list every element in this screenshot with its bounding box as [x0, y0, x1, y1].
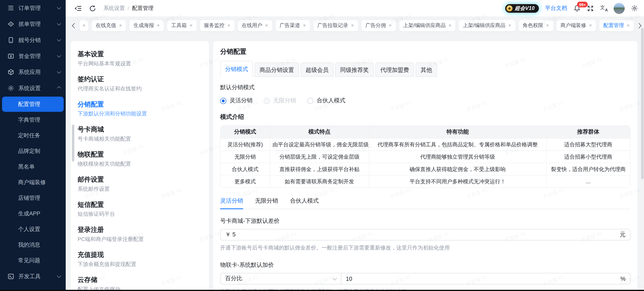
close-icon[interactable]: ×	[351, 23, 354, 28]
col-header: 分销模式	[220, 126, 270, 138]
table-row: 合伙人模式 直推获得佣金，上级获得平台补贴 确保直推人获得稳定佣金，不受上级影响…	[220, 163, 630, 175]
avatar[interactable]	[614, 3, 625, 14]
tab-toolbox[interactable]: 工具箱×	[167, 20, 196, 31]
price-diff-input[interactable]: ￥ 5 元	[220, 229, 630, 241]
breadcrumb-section[interactable]: 系统设置	[104, 5, 125, 12]
sidebar-item-fund-management[interactable]: 资金管理	[0, 48, 66, 64]
submenu-item-config-management[interactable]: 配置管理	[2, 97, 64, 112]
category-sign-auth[interactable]: 签约认证 代理商实名认证和在线签约	[78, 75, 203, 92]
close-icon[interactable]: ×	[82, 23, 86, 28]
close-icon[interactable]: ×	[190, 23, 192, 28]
tab-service-monitor[interactable]: 服务监控×	[200, 20, 234, 31]
tab-other[interactable]: 其他	[416, 63, 437, 77]
platform-docs-link[interactable]: 平台文档	[545, 5, 567, 12]
category-mail-settings[interactable]: 邮件设置 系统邮件设置	[78, 175, 203, 192]
radio-unlimited-distribution[interactable]: 无限分销	[264, 97, 296, 104]
sidebar-item-number-distribution[interactable]: 靓号分销	[0, 32, 66, 48]
category-sim-mall[interactable]: 号卡商城 号卡商城相关功能配置	[78, 125, 203, 142]
submenu-item-dictionary[interactable]: 字典管理	[2, 112, 64, 128]
gear-icon[interactable]	[631, 5, 638, 12]
sidebar-collapse-icon[interactable]	[74, 4, 82, 12]
price-diff-help: 开通下游账号后号卡商城的默认佣金差价。一般注册后下游需要重新修改，这里只作为初始…	[220, 244, 630, 251]
submenu-item-store-management[interactable]: 店铺管理	[2, 190, 64, 206]
refresh-icon[interactable]	[89, 5, 96, 12]
category-distribution-config[interactable]: 分销配置 下游默认分润和分销功能设置	[78, 100, 203, 117]
close-icon[interactable]: ×	[627, 23, 630, 28]
notification-bell-icon[interactable]: 99+	[573, 5, 581, 12]
markup-type-select[interactable]: 百分比	[220, 273, 341, 284]
tab-role-permission[interactable]: 角色权限×	[518, 20, 553, 31]
tab-super-member[interactable]: 超级会员	[301, 63, 334, 77]
submenu-item-faq[interactable]: 常见问题	[2, 253, 64, 268]
tabs-scroll-right-icon[interactable]	[636, 23, 642, 28]
submenu-item-scheduled-tasks[interactable]: 定时任务	[2, 128, 64, 143]
tab-merchant-decor[interactable]: 商户端装修×	[556, 20, 596, 31]
markup-value-input[interactable]: 10 %	[341, 273, 630, 284]
category-iot-config[interactable]: 物联配置 物联模块相关功能配置	[78, 150, 203, 167]
close-icon[interactable]: ×	[589, 23, 592, 28]
sidebar-item-order-grabbing[interactable]: 抓单管理	[0, 16, 66, 32]
submenu-item-my-messages[interactable]: 我的消息	[2, 237, 64, 252]
subtab-partner-mode[interactable]: 合伙人模式	[290, 197, 319, 209]
close-icon[interactable]: ×	[119, 23, 122, 28]
tab-generate-poster[interactable]: 生成海报×	[130, 20, 164, 31]
subtab-unlimited-distribution[interactable]: 无限分销	[255, 197, 278, 209]
category-login-register[interactable]: 登录注册 PC端和商户端登录注册配置	[78, 225, 203, 243]
tab-config-management[interactable]: 配置管理×	[599, 20, 634, 31]
table-cell: 平台支持不同用户多种模式无冲突运行！	[369, 175, 546, 187]
submenu-item-generate-app[interactable]: 生成APP	[2, 206, 64, 221]
tab-ad-channel[interactable]: 广告渠道×	[276, 20, 310, 31]
category-panel-scrollbar[interactable]	[72, 125, 74, 161]
table-cell: 由平台设定最高分销等级，佣金无限层级	[270, 138, 369, 150]
tab-online-users[interactable]: 在线用户×	[238, 20, 272, 31]
tab-product-distribution[interactable]: 商品分销设置	[255, 63, 299, 77]
chevron-down-icon	[332, 276, 337, 280]
mode-intro-table: 分销模式 模式特点 特有功能 推荐群体 灵活分销(推荐) 由平台设定最高分销等级…	[220, 125, 630, 188]
sidebar-item-order-management[interactable]: 订单管理	[0, 0, 66, 16]
breadcrumb-separator: /	[128, 5, 129, 12]
category-recharge-withdraw[interactable]: 充值提现 下游余额充值和提现配置	[78, 250, 203, 268]
radio-partner-mode[interactable]: 合伙人模式	[307, 97, 346, 104]
tab-clipped[interactable]: ×	[80, 20, 88, 31]
close-icon[interactable]: ×	[508, 23, 511, 28]
markup-type-value: 百分比	[225, 275, 242, 282]
close-icon[interactable]: ×	[546, 23, 549, 28]
category-basic-settings[interactable]: 基本设置 平台网站基本常规设置	[78, 50, 203, 67]
tab-same-level-reward[interactable]: 同级推荐奖	[335, 63, 374, 77]
phone-icon	[8, 37, 14, 44]
price-diff-suffix: 元	[620, 231, 626, 238]
close-icon[interactable]: ×	[227, 23, 230, 28]
tab-ad-commission[interactable]: 广告分佣×	[361, 20, 396, 31]
category-cloud-storage[interactable]: 云存储 配置上传文件驱动	[78, 275, 203, 291]
table-cell: ...	[546, 175, 630, 187]
submenu-item-merchant-decor[interactable]: 商户端装修	[2, 175, 64, 190]
submenu-item-brand-custom[interactable]: 品牌定制	[2, 143, 64, 159]
tab-supply-product-edit-1[interactable]: 上架/编辑供应商品×	[399, 20, 456, 31]
sidebar-item-system-settings[interactable]: 系统设置	[0, 80, 66, 96]
sidebar-item-dev-tools[interactable]: 开发工具	[0, 268, 66, 284]
tab-agent-fee[interactable]: 代理加盟费	[376, 63, 414, 77]
translate-icon[interactable]: 文A	[600, 5, 608, 12]
tab-online-recharge[interactable]: 在线充值×	[92, 20, 126, 31]
tab-supply-product-edit-2[interactable]: 上架/编辑供应商品×	[459, 20, 515, 31]
fullscreen-icon[interactable]	[587, 5, 594, 12]
close-icon[interactable]: ×	[265, 23, 268, 28]
close-icon[interactable]: ×	[303, 23, 306, 28]
tab-ad-fetch-log[interactable]: 广告拉取记录×	[313, 20, 358, 31]
subtab-flexible-distribution[interactable]: 灵活分销	[220, 197, 243, 209]
vip-badge[interactable]: 超会V10	[505, 4, 539, 13]
tab-distribution-mode[interactable]: 分销模式	[220, 61, 253, 77]
tabs-scroll-left-icon[interactable]	[72, 23, 77, 28]
submenu-item-personal-settings[interactable]: 个人设置	[2, 222, 64, 237]
markup-suffix: %	[620, 275, 625, 282]
page-scrollbar[interactable]	[641, 28, 644, 179]
table-cell: 直推获得佣金，上级获得平台补贴	[270, 163, 369, 175]
submenu-item-blacklist[interactable]: 黑名单	[2, 159, 64, 174]
sidebar-item-system-apps[interactable]: 系统应用	[0, 64, 66, 80]
category-sms-config[interactable]: 短信配置 短信验证码平台	[78, 200, 203, 217]
close-icon[interactable]: ×	[448, 23, 452, 28]
radio-flexible-distribution[interactable]: 灵活分销	[220, 97, 252, 104]
close-icon[interactable]: ×	[389, 23, 392, 28]
close-icon[interactable]: ×	[157, 23, 160, 28]
chevron-down-icon	[57, 54, 61, 58]
